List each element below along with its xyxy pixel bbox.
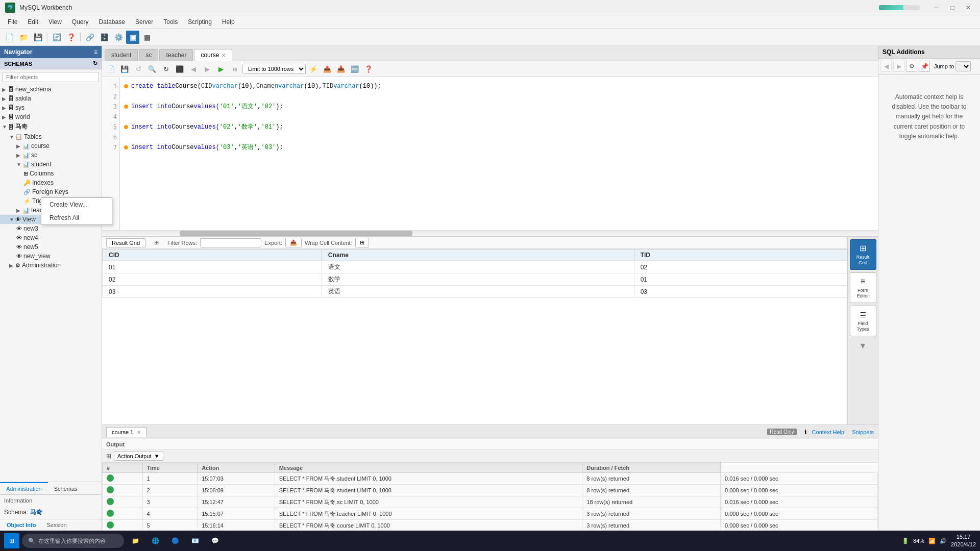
menu-scripting[interactable]: Scripting <box>183 17 217 27</box>
tree-item-new-view[interactable]: 👁 new_view <box>0 252 102 261</box>
back-nav-button[interactable]: ◀ <box>880 61 892 72</box>
export-button[interactable]: 📤 <box>285 238 302 247</box>
tree-item-stored-procedures[interactable]: ▶ ⚙ Administration <box>0 261 102 270</box>
tab-session[interactable]: Session <box>42 521 70 529</box>
pin-button[interactable]: 📌 <box>919 61 930 72</box>
filter-rows-input[interactable] <box>200 238 261 247</box>
forward-nav-button[interactable]: ▶ <box>893 61 904 72</box>
connection-button[interactable]: 🔗 <box>83 31 96 44</box>
context-menu-create-view[interactable]: Create View... <box>41 198 102 211</box>
new-query-button[interactable]: 📄 <box>105 63 117 75</box>
search-button[interactable]: 🔍 <box>146 63 158 75</box>
menu-database[interactable]: Database <box>94 17 130 27</box>
save-query-button[interactable]: 💾 <box>118 63 131 75</box>
new-file-button[interactable]: 📄 <box>3 31 16 44</box>
execute-button[interactable]: ⚡ <box>307 63 320 75</box>
refresh-button[interactable]: 🔄 <box>50 31 63 44</box>
course1-tab[interactable]: course 1 ✕ <box>106 427 146 437</box>
menu-edit[interactable]: Edit <box>22 17 43 27</box>
import-button[interactable]: 📥 <box>335 63 347 75</box>
close-tab-icon[interactable]: ✕ <box>137 430 141 435</box>
menu-server[interactable]: Server <box>130 17 158 27</box>
open-button[interactable]: 📁 <box>17 31 30 44</box>
schemas-refresh-icon[interactable]: ↻ <box>93 60 97 67</box>
table-row[interactable]: 01语文02 <box>103 261 847 273</box>
tree-item-new-schema[interactable]: ▶ 🗄 new_schema <box>0 85 102 94</box>
tree-item-new5[interactable]: 👁 new5 <box>0 242 102 252</box>
list-item[interactable]: 515:16:14SELECT * FROM 马奇.course LIMIT 0… <box>103 520 878 530</box>
query-tab-teacher[interactable]: teacher <box>159 49 193 61</box>
back-button[interactable]: ◀ <box>187 63 200 75</box>
list-item[interactable]: 315:12:47SELECT * FROM 马奇.sc LIMIT 0, 10… <box>103 496 878 508</box>
tree-item-new4[interactable]: 👁 new4 <box>0 233 102 242</box>
query-tab-course[interactable]: course ✕ <box>194 49 232 61</box>
schema-button[interactable]: 🗄️ <box>97 31 111 44</box>
snippets-button[interactable]: Snippets <box>852 429 874 435</box>
table-row[interactable]: 03英语03 <box>103 286 847 298</box>
run-button[interactable]: ▶ <box>215 63 227 75</box>
start-button[interactable]: ⊞ <box>4 533 19 548</box>
code-editor[interactable]: 1 2 3 4 5 6 7 create table Course( CID v… <box>102 77 878 230</box>
taskbar-search[interactable]: 🔍 在这里输入你要搜索的内容 <box>22 534 124 548</box>
list-item[interactable]: 215:08:09SELECT * FROM 马奇.student LIMIT … <box>103 485 878 496</box>
tree-item-sakila[interactable]: ▶ 🗄 sakila <box>0 94 102 103</box>
save-button[interactable]: 💾 <box>31 31 44 44</box>
settings-icon[interactable]: ⚙️ <box>112 31 125 44</box>
menu-view[interactable]: View <box>43 17 67 27</box>
limit-select[interactable]: Limit to 1000 rows <box>242 64 306 74</box>
table-row[interactable]: 02数学01 <box>103 273 847 286</box>
taskbar-edge-icon[interactable]: 🌐 <box>146 532 164 549</box>
tree-item-columns[interactable]: ⊞ Columns <box>0 169 102 178</box>
tree-item-course[interactable]: ▶ 📊 course <box>0 141 102 151</box>
layout-1-button[interactable]: ▣ <box>126 31 139 44</box>
tree-item-world[interactable]: ▶ 🗄 world <box>0 112 102 121</box>
refresh-nav-button[interactable]: ⚙ <box>906 61 917 72</box>
form-editor-button[interactable]: ≡ FormEditor <box>850 272 876 303</box>
stop-button[interactable]: ⬛ <box>174 63 186 75</box>
list-item[interactable]: 115:07:03SELECT * FROM 马奇.student LIMIT … <box>103 473 878 485</box>
result-grid-button[interactable]: ⊞ ResultGrid <box>850 239 876 270</box>
tab-administration[interactable]: Administration <box>0 482 48 494</box>
menu-query[interactable]: Query <box>67 17 94 27</box>
scrollbar-thumb[interactable] <box>180 231 412 236</box>
forward-button[interactable]: ▶ <box>201 63 213 75</box>
editor-scrollbar[interactable] <box>102 230 878 236</box>
tree-item-new3[interactable]: 👁 new3 <box>0 224 102 233</box>
maximize-button[interactable]: □ <box>946 3 959 13</box>
taskbar-app4-icon[interactable]: 📧 <box>186 532 204 549</box>
tree-item-sc[interactable]: ▶ 📊 sc <box>0 151 102 160</box>
tree-item-machi[interactable]: ▼ 🗄 马奇 <box>0 121 102 132</box>
taskbar-files-icon[interactable]: 📁 <box>127 532 144 549</box>
tree-item-student[interactable]: ▼ 📊 student <box>0 160 102 169</box>
tab-object-info[interactable]: Object Info <box>3 521 40 529</box>
export-result-button[interactable]: 📤 <box>321 63 333 75</box>
wrap-button[interactable]: ⊞ <box>355 238 369 247</box>
undo-button[interactable]: ↺ <box>132 63 144 75</box>
refresh-query-button[interactable]: ↻ <box>160 63 172 75</box>
context-menu-refresh-all[interactable]: Refresh All <box>41 211 102 224</box>
collapse-icon[interactable]: ▼ <box>859 341 867 350</box>
menu-tools[interactable]: Tools <box>158 17 183 27</box>
query-tab-student[interactable]: student <box>105 49 138 61</box>
layout-2-button[interactable]: ▤ <box>140 31 154 44</box>
help-button[interactable]: ❓ <box>64 31 78 44</box>
action-output-dropdown[interactable]: Action Output ▼ <box>114 452 163 461</box>
search-input[interactable] <box>3 72 99 82</box>
result-grid-tab[interactable]: Result Grid <box>106 238 145 247</box>
query-tab-sc[interactable]: sc <box>139 49 158 61</box>
form-icon[interactable]: ⊞ <box>149 238 164 247</box>
close-tab-icon[interactable]: ✕ <box>222 53 226 58</box>
close-button[interactable]: ✕ <box>962 3 975 13</box>
menu-help[interactable]: Help <box>217 17 240 27</box>
context-help-button[interactable]: Context Help <box>812 429 845 435</box>
format-button[interactable]: 🔤 <box>349 63 361 75</box>
tree-item-foreign-keys[interactable]: 🔗 Foreign Keys <box>0 187 102 196</box>
taskbar-chrome-icon[interactable]: 🔵 <box>166 532 184 549</box>
field-types-button[interactable]: ≣ FieldTypes <box>850 306 876 336</box>
jump-to-select[interactable] <box>955 61 971 71</box>
tree-item-sys[interactable]: ▶ 🗄 sys <box>0 103 102 112</box>
code-content[interactable]: create table Course( CID varchar (10), C… <box>120 77 878 230</box>
debug-button[interactable]: ⏯ <box>229 63 241 75</box>
tab-schemas[interactable]: Schemas <box>48 482 84 494</box>
title-controls[interactable]: ─ □ ✕ <box>930 3 975 13</box>
